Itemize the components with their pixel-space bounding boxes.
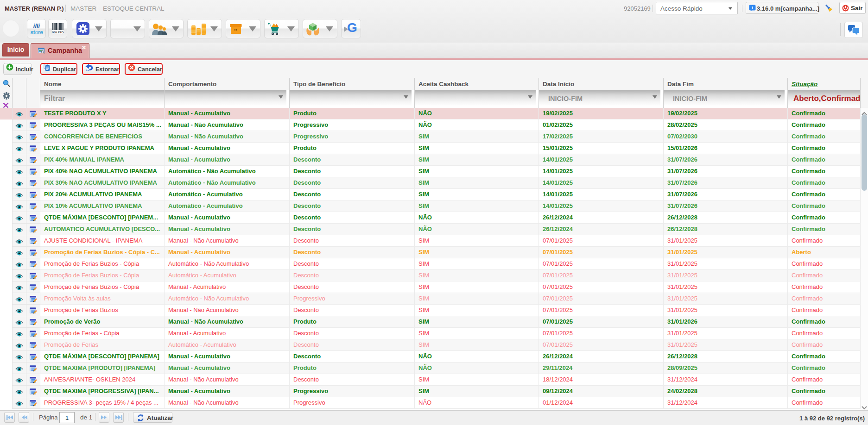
svg-text:BOLETO: BOLETO [52,31,64,34]
svg-text:i: i [752,5,753,10]
